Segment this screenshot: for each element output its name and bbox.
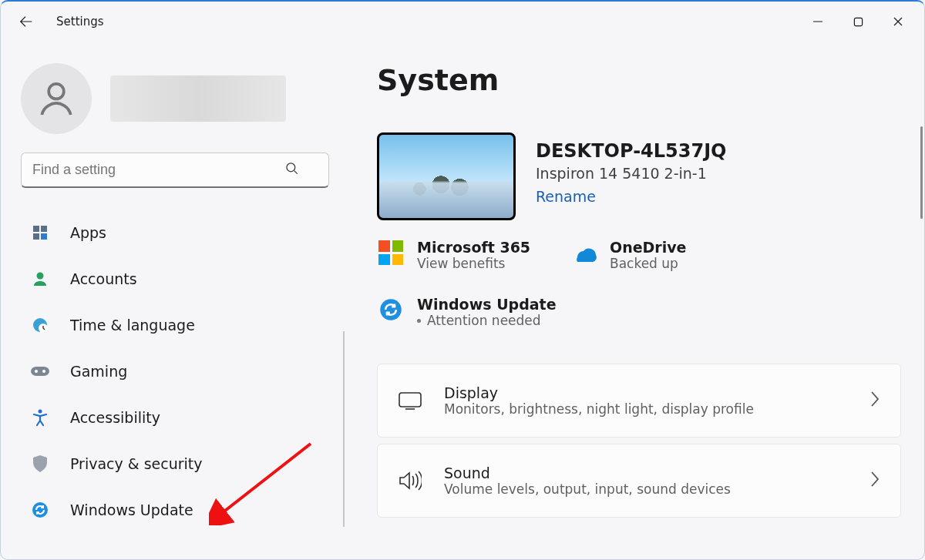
search-icon (284, 161, 300, 179)
svg-rect-10 (31, 367, 49, 376)
accessibility-icon (30, 407, 50, 428)
app-title: Settings (56, 15, 104, 29)
sidebar-item-label: Accessibility (70, 409, 160, 426)
shield-icon (30, 454, 50, 474)
microsoft-logo-icon (377, 239, 405, 267)
status-sub: View benefits (417, 256, 530, 271)
svg-point-14 (32, 502, 48, 518)
svg-rect-17 (399, 393, 421, 407)
svg-point-13 (39, 410, 42, 414)
sidebar-item-accounts[interactable]: Accounts (21, 256, 334, 302)
close-icon (893, 16, 903, 27)
avatar (21, 63, 92, 134)
status-microsoft365[interactable]: Microsoft 365 View benefits (377, 234, 554, 276)
sidebar-item-label: Gaming (70, 363, 127, 380)
maximize-icon (853, 17, 863, 27)
maximize-button[interactable] (838, 6, 878, 37)
sidebar-item-apps[interactable]: Apps (21, 210, 334, 256)
sound-icon (398, 471, 422, 491)
titlebar: Settings (1, 2, 924, 42)
onedrive-icon (570, 239, 597, 267)
card-display[interactable]: Display Monitors, brightness, night ligh… (377, 364, 901, 438)
status-sub: Attention needed (417, 313, 557, 328)
content: System DESKTOP-4L537JQ Inspiron 14 5410 … (349, 42, 924, 559)
close-button[interactable] (878, 6, 918, 37)
arrow-left-icon (18, 13, 35, 30)
search-wrap (21, 153, 334, 188)
device-row: DESKTOP-4L537JQ Inspiron 14 5410 2-in-1 … (377, 132, 901, 220)
card-sub: Volume levels, output, input, sound devi… (444, 481, 848, 497)
svg-point-11 (35, 370, 38, 373)
svg-point-16 (380, 299, 402, 320)
accounts-icon (30, 269, 50, 289)
svg-rect-3 (33, 226, 39, 232)
card-sound[interactable]: Sound Volume levels, output, input, soun… (377, 444, 901, 518)
sidebar: Apps Accounts Time & language Gaming (1, 42, 349, 559)
sidebar-item-windows-update[interactable]: Windows Update (21, 487, 334, 533)
svg-rect-4 (41, 226, 47, 232)
svg-point-12 (42, 370, 45, 373)
sidebar-item-label: Time & language (70, 317, 195, 334)
settings-cards: Display Monitors, brightness, night ligh… (377, 364, 901, 518)
card-title: Display (444, 384, 848, 401)
card-title: Sound (444, 464, 848, 481)
nav-list: Apps Accounts Time & language Gaming (21, 210, 334, 533)
sidebar-item-privacy-security[interactable]: Privacy & security (21, 441, 334, 487)
status-title: OneDrive (610, 239, 687, 256)
status-title: Windows Update (417, 296, 557, 313)
svg-rect-0 (854, 18, 862, 25)
person-icon (35, 77, 78, 120)
status-windows-update[interactable]: Windows Update Attention needed (377, 291, 901, 333)
window-controls (798, 6, 918, 37)
card-sub: Monitors, brightness, night light, displ… (444, 401, 848, 417)
status-onedrive[interactable]: OneDrive Backed up (570, 234, 747, 276)
sidebar-item-label: Windows Update (70, 501, 193, 518)
update-icon (30, 500, 50, 520)
sidebar-item-label: Privacy & security (70, 455, 203, 472)
sidebar-item-label: Apps (70, 224, 106, 241)
device-name: DESKTOP-4L537JQ (536, 140, 727, 162)
status-sub: Backed up (610, 256, 687, 271)
status-row: Microsoft 365 View benefits OneDrive Bac… (377, 234, 901, 333)
minimize-icon (812, 16, 823, 27)
device-thumbnail[interactable] (377, 132, 516, 220)
search-input[interactable] (21, 153, 329, 188)
svg-rect-5 (33, 233, 39, 240)
apps-icon (30, 223, 50, 243)
profile-name-redacted (110, 75, 286, 122)
svg-point-7 (37, 273, 44, 280)
sidebar-item-gaming[interactable]: Gaming (21, 348, 334, 394)
gaming-icon (30, 361, 50, 381)
sidebar-item-time-language[interactable]: Time & language (21, 302, 334, 348)
update-icon (377, 296, 405, 324)
device-model: Inspiron 14 5410 2-in-1 (536, 165, 727, 182)
minimize-button[interactable] (798, 6, 838, 37)
profile-block[interactable] (21, 63, 334, 134)
svg-rect-6 (41, 233, 47, 240)
globe-clock-icon (30, 315, 50, 335)
rename-link[interactable]: Rename (536, 188, 727, 205)
svg-point-1 (49, 84, 64, 99)
sidebar-item-accessibility[interactable]: Accessibility (21, 394, 334, 441)
chevron-right-icon (870, 391, 880, 411)
svg-point-2 (287, 163, 295, 172)
sidebar-scroll-indicator (343, 331, 345, 527)
chevron-right-icon (870, 471, 880, 491)
page-title: System (377, 63, 901, 97)
back-button[interactable] (15, 10, 38, 33)
display-icon (398, 391, 422, 410)
sidebar-item-label: Accounts (70, 270, 137, 287)
scrollbar[interactable] (920, 126, 923, 219)
status-title: Microsoft 365 (417, 239, 530, 256)
